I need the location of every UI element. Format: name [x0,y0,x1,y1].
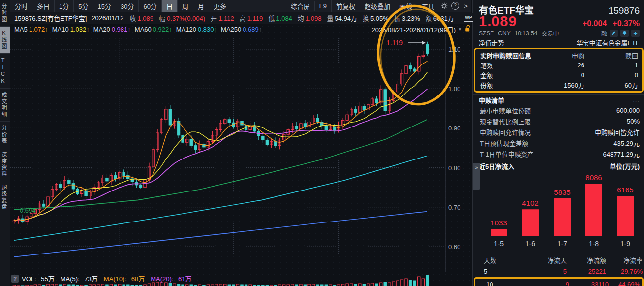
help-icon[interactable]: ? [450,1,460,11]
period-tab-5分[interactable]: 5分 [74,0,93,12]
period-tab-60分[interactable]: 60分 [139,0,161,12]
inflow-table-row-5[interactable]: 552522129.76% [473,266,644,277]
sidebar-item-TICK[interactable]: TICK [0,54,10,89]
list-row-T-1日单位申赎资产: T-1日单位申赎资产648771.29元 [473,148,644,159]
period-tab-分时[interactable]: 分时 [10,0,32,12]
symbol-code: 159876.SZ[有色ETF华宝] [14,13,87,23]
help-glyph: ? [451,2,459,10]
volume-legend: ? VOL: 55万 MA(5): 73万 MA(10): 68万 MA(20)… [10,274,197,283]
period-tab-1分[interactable]: 1分 [55,0,74,12]
quote-date: 2026/01/12 [92,14,123,22]
inflow-unit: 单位(万元) [610,161,640,171]
ma-legend-MA20: MA200.981↑ [93,26,131,33]
realtime-subscription-box: 实时申购赎回信息 申购 赎回 笔数261金额00份额1560万60万 [474,48,644,93]
col-subscribe: 申购 [535,51,584,60]
ma-legend-MA250: MA2500.689↑ [221,26,262,33]
right-info-panel: 有色ETF华宝 159876 1.089 +0.004+0.37% SZSE C… [472,0,644,286]
kline-svg: 1.101.000.900.800.700.600.6941.119 [10,34,471,272]
svg-text:1.00: 1.00 [448,85,460,93]
tool-button-画线[interactable]: 画线 [395,0,417,12]
inflow-table-rows: 552522129.76%1093311044.69% [473,266,644,286]
quote-field-振: 振3.23% [394,13,420,23]
period-tab-月[interactable]: 月 [193,0,209,12]
quote-field-均: 均1.098 [298,13,322,23]
volume-help-button[interactable]: ? [11,275,19,283]
period-tab-周[interactable]: 周 [178,0,193,12]
dropdown-arrow-icon[interactable]: ▼ [458,27,462,32]
currency-label: CNY [498,30,510,37]
vol-ma5-label: MA(5): [61,275,80,283]
ma-legend-MA10: MA101.032↑ [52,26,90,33]
list-row-现金替代比例上限: 现金替代比例上限50% [473,116,644,127]
quote-field-幅: 幅0.37%(0.004) [159,13,205,23]
realtime-row-笔数: 笔数261 [480,60,638,70]
quote-field-高: 高1.119 [240,13,263,23]
stock-app-window: 分时图K线图TICK成交明细分价表深度资料超级复盘 分时多日1分5分15分30分… [0,0,644,286]
settings-icon[interactable] [439,1,450,11]
ma60-line [14,120,427,210]
svg-text:1.10: 1.10 [448,46,460,53]
bell-icon[interactable] [620,30,629,37]
tool-button-超级叠加[interactable]: 超级叠加 [360,0,395,12]
inflow-value-label: 5835 [554,188,570,196]
sidebar-item-成交明细[interactable]: 成交明细 [0,89,10,122]
sidebar-item-分时图[interactable]: 分时图 [0,0,10,27]
vol-ma5-value: 73万 [84,275,97,283]
sidebar-item-超级复盘[interactable]: 超级复盘 [0,181,10,214]
lock-open-icon[interactable] [464,25,471,33]
quote-fields: 收1.089幅0.37%(0.004)开1.112高1.119低1.084均1.… [129,13,459,23]
period-tab-多日[interactable]: 多日 [32,0,55,12]
inflow-bar-chart: 10331-541021-658351-780861-861651-9 [473,171,644,254]
inflow-value-label: 1033 [491,219,507,227]
inflow-category-label: 1-8 [589,240,599,248]
candles-group [13,42,429,225]
period-tab-日[interactable]: 日 [162,0,178,12]
subscription-list-title: 申赎清单 [479,95,504,105]
inflow-category-label: 1-5 [494,240,504,248]
tool-button-F9[interactable]: F9 [314,1,331,11]
inflow-category-label: 1-6 [525,240,535,248]
quote-field-收: 收1.089 [129,13,153,23]
chevron-right-icon[interactable]: > [460,1,471,11]
vol-ma20-value: 61万 [178,275,191,283]
svg-text:0.80: 0.80 [448,164,460,172]
col-redeem: 赎回 [584,51,638,60]
tool-button-工具[interactable]: 工具 [417,0,439,12]
inflow-table-header: 天数净流天净流额净流率 [473,254,644,266]
ma120-line [14,156,427,241]
more-icon[interactable]: ... [633,96,640,104]
quote-time: 10:13:54 [515,30,538,37]
inflow-bar-1-9 [617,196,634,236]
svg-text:0.90: 0.90 [448,125,460,132]
period-tab-更多[interactable]: 更多 [209,0,231,12]
ma-left-value-label: 0.694 [20,207,36,214]
ma10-line [14,72,427,221]
sidebar-item-K线图[interactable]: K线图 [0,27,10,54]
exchange-label: SZSE [479,30,494,37]
edit-icon[interactable] [610,30,618,37]
ma-legend-MA5: MA51.072↑ [14,26,48,33]
panel-expand-handle[interactable]: » [473,163,480,190]
realtime-row-金额: 金额00 [480,70,638,80]
period-tabs: 分时多日1分5分15分30分60分日周月更多 [10,0,231,12]
sidebar-item-深度资料[interactable]: 深度资料 [0,148,10,181]
inflow-table-row-10[interactable]: 1093311044.69% [475,279,642,286]
high-price-label: 1.119 [386,39,403,47]
tool-button-前复权[interactable]: 前复权 [331,0,360,12]
inflow-value-label: 8086 [585,173,602,182]
period-tab-15分[interactable]: 15分 [93,0,116,12]
tool-button-综合屏[interactable]: 综合屏 [286,0,314,12]
panel-last-price: 1.089 [479,14,517,29]
add-icon[interactable]: + [631,30,640,37]
sidebar-item-分价表[interactable]: 分价表 [0,122,10,148]
vol-label: VOL: [22,275,36,283]
margin-flag: 融 [601,29,607,37]
panel-change: +0.004 [583,19,607,28]
inflow-title: 近5日净流入 [479,161,514,171]
candlestick-chart[interactable]: 1.101.000.900.800.700.600.6941.119 [10,34,471,272]
ma-legend-MA120: MA1200.830↑ [176,26,217,33]
range-selector: 2025/08/21-2026/01/12(99日) ▼ [372,25,471,34]
period-tab-30分[interactable]: 30分 [116,0,139,12]
ma-legend-items: MA51.072↑MA101.032↑MA200.981↑MA600.922↑M… [10,26,262,33]
fund-full-name: 华宝中证有色金属ETF [576,38,640,47]
